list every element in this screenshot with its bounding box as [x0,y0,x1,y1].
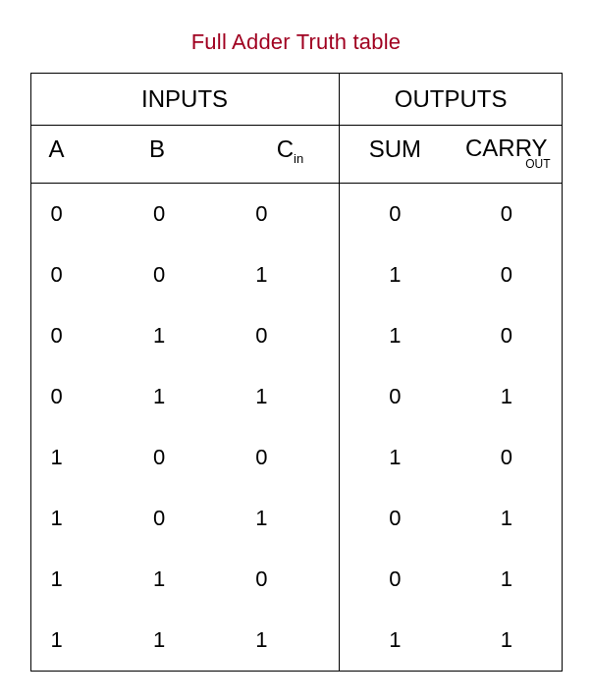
table-body: 0000000110010100110110010101011100111111 [31,184,562,671]
cell-b: 0 [134,506,236,531]
column-header-row: A B Cin SUM CARRY OUT [31,126,562,184]
cell-sum: 1 [340,323,451,349]
cell-carry: 1 [451,627,562,653]
row-inputs: 100 [31,427,340,488]
group-header-row: INPUTS OUTPUTS [31,74,562,126]
cell-b: 1 [134,384,236,409]
input-column-headers: A B Cin [31,126,340,183]
cell-a: 0 [31,384,134,409]
cell-b: 1 [134,566,236,592]
cell-sum: 1 [340,445,451,470]
page-title: Full Adder Truth table [20,29,572,55]
row-inputs: 110 [31,549,340,610]
row-outputs: 10 [340,305,563,366]
col-sum: SUM [340,126,451,183]
cell-sum: 0 [340,506,451,531]
table-row: 10101 [31,488,562,549]
cell-cin: 0 [236,566,338,592]
row-outputs: 00 [340,184,563,244]
inputs-group-header: INPUTS [31,74,340,125]
cell-sum: 1 [340,262,451,288]
cell-sum: 0 [340,384,451,409]
cell-cin: 1 [236,384,338,409]
output-column-headers: SUM CARRY OUT [340,126,563,183]
row-inputs: 101 [31,488,340,549]
cell-cin: 0 [236,201,338,227]
cell-b: 0 [134,201,236,227]
cell-cin: 1 [236,262,338,288]
cell-b: 0 [134,262,236,288]
cell-cin: 0 [236,323,338,349]
cell-carry: 1 [451,506,562,531]
row-outputs: 10 [340,244,563,305]
row-inputs: 010 [31,305,340,366]
cell-carry: 1 [451,566,562,592]
col-a: A [31,126,141,183]
cell-a: 1 [31,445,134,470]
cell-cin: 0 [236,445,338,470]
row-inputs: 011 [31,366,340,427]
outputs-group-header: OUTPUTS [340,74,563,125]
table-row: 11001 [31,549,562,610]
cell-sum: 0 [340,566,451,592]
cell-a: 0 [31,201,134,227]
cell-cin: 1 [236,627,338,653]
row-outputs: 11 [340,610,563,671]
cell-carry: 0 [451,445,562,470]
cell-a: 1 [31,506,134,531]
cell-carry: 0 [451,201,562,227]
row-outputs: 10 [340,427,563,488]
table-row: 00110 [31,244,562,305]
table-row: 10010 [31,427,562,488]
cell-a: 0 [31,323,134,349]
cell-a: 1 [31,627,134,653]
cell-b: 0 [134,445,236,470]
cell-a: 1 [31,566,134,592]
cell-sum: 0 [340,201,451,227]
row-inputs: 000 [31,184,340,244]
cell-carry: 0 [451,262,562,288]
col-b: B [141,126,242,183]
row-inputs: 111 [31,610,340,671]
row-outputs: 01 [340,366,563,427]
cell-sum: 1 [340,627,451,653]
truth-table: INPUTS OUTPUTS A B Cin SUM CARRY OUT 000… [30,73,563,672]
table-row: 01101 [31,366,562,427]
col-cin: Cin [242,126,338,183]
table-row: 11111 [31,610,562,671]
col-cin-main: C [277,135,294,162]
table-row: 00000 [31,184,562,244]
row-outputs: 01 [340,549,563,610]
col-carry: CARRY OUT [451,126,562,183]
cell-carry: 1 [451,384,562,409]
cell-cin: 1 [236,506,338,531]
cell-b: 1 [134,627,236,653]
col-cin-sub: in [294,151,303,166]
cell-b: 1 [134,323,236,349]
row-outputs: 01 [340,488,563,549]
cell-a: 0 [31,262,134,288]
table-row: 01010 [31,305,562,366]
row-inputs: 001 [31,244,340,305]
cell-carry: 0 [451,323,562,349]
